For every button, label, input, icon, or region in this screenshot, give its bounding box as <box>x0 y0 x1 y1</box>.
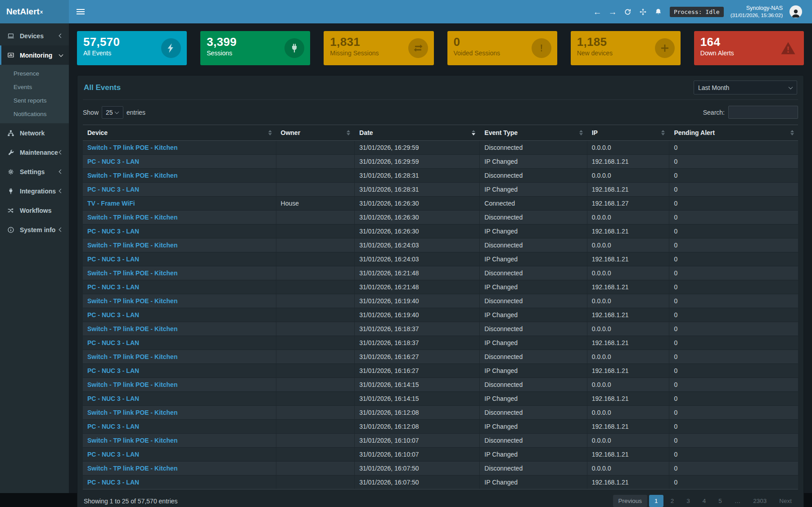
stat-card-voided-sessions[interactable]: 0Voided Sessions <box>447 31 557 65</box>
cell-pending-alert: 0 <box>669 308 798 322</box>
table-row: PC - NUC 3 - LAN31/01/2026, 16:29:59IP C… <box>83 155 798 169</box>
device-link[interactable]: Switch - TP link POE - Kitchen <box>83 462 276 476</box>
device-link[interactable]: PC - NUC 3 - LAN <box>83 308 276 322</box>
stat-card-all-events[interactable]: 57,570All Events <box>77 31 187 65</box>
pagination-page-3[interactable]: 3 <box>681 495 695 507</box>
sidebar-subitem-sent-reports[interactable]: Sent reports <box>0 94 69 108</box>
device-link[interactable]: PC - NUC 3 - LAN <box>83 280 276 294</box>
device-link[interactable]: Switch - TP link POE - Kitchen <box>83 211 276 224</box>
stat-card-new-devices[interactable]: 1,185New devices <box>571 31 681 65</box>
device-link[interactable]: PC - NUC 3 - LAN <box>83 336 276 350</box>
table-row: PC - NUC 3 - LAN31/01/2026, 16:21:48IP C… <box>83 280 798 294</box>
cell-ip: 0.0.0.0 <box>587 322 669 336</box>
host-timestamp: (31/01/2026, 15:36:02) <box>731 12 783 19</box>
cell-date: 31/01/2026, 16:19:40 <box>355 308 480 322</box>
pagination-page-2303[interactable]: 2303 <box>748 495 772 507</box>
sidebar-item-system-info[interactable]: System info <box>0 220 69 239</box>
forward-icon[interactable]: → <box>608 7 617 16</box>
device-link[interactable]: Switch - TP link POE - Kitchen <box>83 141 276 155</box>
search-label: Search: <box>703 109 725 116</box>
stat-card-sessions[interactable]: 3,399Sessions <box>200 31 310 65</box>
stat-card-down-alerts[interactable]: 164Down Alerts <box>694 31 804 65</box>
cell-pending-alert: 0 <box>669 280 798 294</box>
sidebar-subitem-notifications[interactable]: Notifications <box>0 108 69 121</box>
cell-date: 31/01/2026, 16:16:27 <box>355 350 480 364</box>
pagination-page-1[interactable]: 1 <box>649 495 663 507</box>
sidebar-subitem-presence[interactable]: Presence <box>0 67 69 81</box>
device-link[interactable]: Switch - TP link POE - Kitchen <box>83 294 276 308</box>
device-link[interactable]: PC - NUC 3 - LAN <box>83 420 276 434</box>
device-link[interactable]: Switch - TP link POE - Kitchen <box>83 238 276 252</box>
device-link[interactable]: Switch - TP link POE - Kitchen <box>83 322 276 336</box>
device-link[interactable]: Switch - TP link POE - Kitchen <box>83 169 276 183</box>
page-length-select[interactable]: 25 <box>102 106 123 119</box>
sidebar-toggle-button[interactable] <box>69 0 92 23</box>
sidebar-item-workflows[interactable]: Workflows <box>0 201 69 220</box>
sidebar-item-network[interactable]: Network <box>0 123 69 143</box>
cell-pending-alert: 0 <box>669 378 798 392</box>
pagination-page-4[interactable]: 4 <box>697 495 712 507</box>
column-header-owner[interactable]: Owner <box>276 125 355 141</box>
sidebar-item-devices[interactable]: Devices <box>0 26 69 45</box>
device-link[interactable]: PC - NUC 3 - LAN <box>83 252 276 266</box>
device-link[interactable]: TV - Frame WiFi <box>83 197 276 211</box>
column-header-pending-alert[interactable]: Pending Alert <box>669 125 798 141</box>
column-header-event-type[interactable]: Event Type <box>480 125 587 141</box>
main-area: ←→ Process: Idle Synology-NAS (31/01/202… <box>69 0 812 493</box>
refresh-icon[interactable] <box>623 7 632 16</box>
column-header-ip[interactable]: IP <box>587 125 669 141</box>
device-link[interactable]: PC - NUC 3 - LAN <box>83 364 276 378</box>
column-header-date[interactable]: Date <box>355 125 480 141</box>
chevron-down-icon <box>59 52 63 57</box>
device-link[interactable]: PC - NUC 3 - LAN <box>83 392 276 406</box>
sidebar-item-monitoring[interactable]: Monitoring <box>0 45 69 65</box>
cell-owner <box>276 169 355 183</box>
sidebar-subitem-events[interactable]: Events <box>0 81 69 94</box>
sort-icon <box>661 130 665 135</box>
column-label: Pending Alert <box>674 129 715 136</box>
device-link[interactable]: Switch - TP link POE - Kitchen <box>83 406 276 420</box>
sidebar: NetAlertx DevicesMonitoringPresenceEvent… <box>0 0 69 493</box>
search-input[interactable] <box>728 106 798 119</box>
pagination-page-5[interactable]: 5 <box>713 495 727 507</box>
back-icon[interactable]: ← <box>593 7 602 16</box>
device-link[interactable]: Switch - TP link POE - Kitchen <box>83 350 276 364</box>
device-link[interactable]: Switch - TP link POE - Kitchen <box>83 434 276 448</box>
device-link[interactable]: PC - NUC 3 - LAN <box>83 155 276 169</box>
device-link[interactable]: PC - NUC 3 - LAN <box>83 448 276 462</box>
expand-icon[interactable] <box>639 7 648 16</box>
device-link[interactable]: PC - NUC 3 - LAN <box>83 476 276 489</box>
cell-pending-alert: 0 <box>669 336 798 350</box>
sidebar-item-settings[interactable]: Settings <box>0 162 69 181</box>
app-logo[interactable]: NetAlertx <box>0 0 69 23</box>
pagination-next-button[interactable]: Next <box>774 495 797 507</box>
pagination-previous-button[interactable]: Previous <box>613 495 648 507</box>
sidebar-item-label: Integrations <box>20 188 56 195</box>
cell-ip: 192.168.1.21 <box>587 183 669 197</box>
column-header-device[interactable]: Device <box>83 125 276 141</box>
cell-owner <box>276 266 355 280</box>
cell-event-type: Disconnected <box>480 350 587 364</box>
sidebar-item-maintenance[interactable]: Maintenance <box>0 143 69 162</box>
cell-pending-alert: 0 <box>669 266 798 280</box>
cell-event-type: IP Changed <box>480 224 587 238</box>
sidebar-item-integrations[interactable]: Integrations <box>0 181 69 201</box>
period-select-wrap: Last Month <box>694 81 797 94</box>
device-link[interactable]: PC - NUC 3 - LAN <box>83 224 276 238</box>
stat-cards: 57,570All Events3,399Sessions1,831Missin… <box>77 31 804 65</box>
period-select[interactable]: Last Month <box>694 81 797 94</box>
device-link[interactable]: Switch - TP link POE - Kitchen <box>83 378 276 392</box>
device-link[interactable]: PC - NUC 3 - LAN <box>83 183 276 197</box>
pagination-page-2[interactable]: 2 <box>665 495 680 507</box>
notifications-bell-icon[interactable] <box>654 7 663 16</box>
cell-owner <box>276 224 355 238</box>
cell-date: 31/01/2026, 16:07:50 <box>355 476 480 489</box>
cell-pending-alert: 0 <box>669 197 798 211</box>
cell-owner <box>276 434 355 448</box>
device-link[interactable]: Switch - TP link POE - Kitchen <box>83 266 276 280</box>
cell-pending-alert: 0 <box>669 322 798 336</box>
cell-ip: 192.168.1.21 <box>587 420 669 434</box>
stat-card-missing-sessions[interactable]: 1,831Missing Sessions <box>324 31 433 65</box>
show-label: Show <box>83 109 99 116</box>
user-avatar[interactable] <box>789 5 802 18</box>
